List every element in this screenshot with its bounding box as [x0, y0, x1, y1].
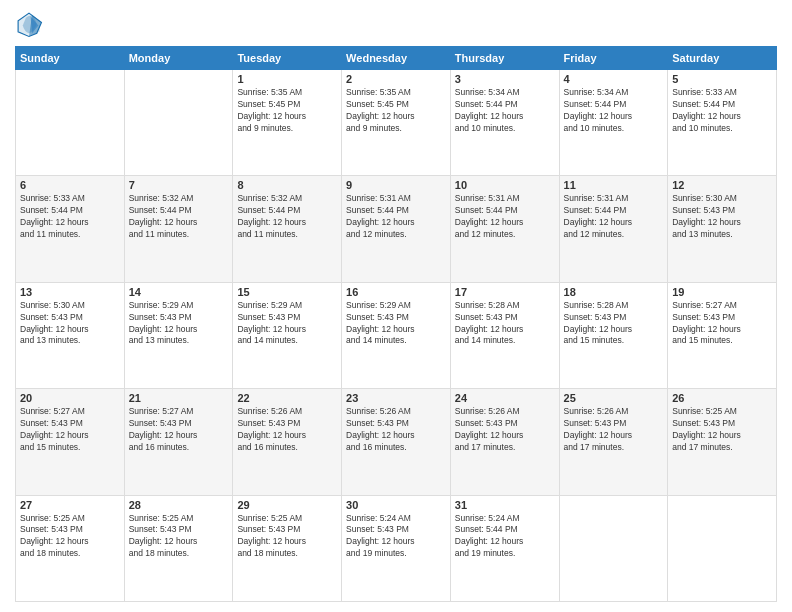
- page: SundayMondayTuesdayWednesdayThursdayFrid…: [0, 0, 792, 612]
- weekday-header-saturday: Saturday: [668, 47, 777, 70]
- calendar-cell: 10Sunrise: 5:31 AM Sunset: 5:44 PM Dayli…: [450, 176, 559, 282]
- day-number: 26: [672, 392, 772, 404]
- day-info: Sunrise: 5:26 AM Sunset: 5:43 PM Dayligh…: [455, 406, 555, 454]
- day-number: 30: [346, 499, 446, 511]
- day-info: Sunrise: 5:28 AM Sunset: 5:43 PM Dayligh…: [564, 300, 664, 348]
- calendar-cell: 20Sunrise: 5:27 AM Sunset: 5:43 PM Dayli…: [16, 389, 125, 495]
- day-number: 28: [129, 499, 229, 511]
- weekday-header-friday: Friday: [559, 47, 668, 70]
- day-info: Sunrise: 5:31 AM Sunset: 5:44 PM Dayligh…: [346, 193, 446, 241]
- calendar-cell: 19Sunrise: 5:27 AM Sunset: 5:43 PM Dayli…: [668, 282, 777, 388]
- day-info: Sunrise: 5:35 AM Sunset: 5:45 PM Dayligh…: [237, 87, 337, 135]
- day-number: 17: [455, 286, 555, 298]
- day-info: Sunrise: 5:28 AM Sunset: 5:43 PM Dayligh…: [455, 300, 555, 348]
- logo-icon: [15, 10, 43, 38]
- day-info: Sunrise: 5:26 AM Sunset: 5:43 PM Dayligh…: [564, 406, 664, 454]
- day-number: 2: [346, 73, 446, 85]
- day-info: Sunrise: 5:27 AM Sunset: 5:43 PM Dayligh…: [20, 406, 120, 454]
- calendar-cell: 24Sunrise: 5:26 AM Sunset: 5:43 PM Dayli…: [450, 389, 559, 495]
- day-number: 23: [346, 392, 446, 404]
- day-info: Sunrise: 5:26 AM Sunset: 5:43 PM Dayligh…: [346, 406, 446, 454]
- calendar-cell: 31Sunrise: 5:24 AM Sunset: 5:44 PM Dayli…: [450, 495, 559, 601]
- day-number: 25: [564, 392, 664, 404]
- day-info: Sunrise: 5:33 AM Sunset: 5:44 PM Dayligh…: [20, 193, 120, 241]
- day-info: Sunrise: 5:27 AM Sunset: 5:43 PM Dayligh…: [129, 406, 229, 454]
- calendar-cell: 26Sunrise: 5:25 AM Sunset: 5:43 PM Dayli…: [668, 389, 777, 495]
- calendar-table: SundayMondayTuesdayWednesdayThursdayFrid…: [15, 46, 777, 602]
- calendar-cell: [16, 70, 125, 176]
- day-number: 29: [237, 499, 337, 511]
- calendar-cell: 22Sunrise: 5:26 AM Sunset: 5:43 PM Dayli…: [233, 389, 342, 495]
- day-info: Sunrise: 5:30 AM Sunset: 5:43 PM Dayligh…: [672, 193, 772, 241]
- calendar-cell: 18Sunrise: 5:28 AM Sunset: 5:43 PM Dayli…: [559, 282, 668, 388]
- week-row-1: 1Sunrise: 5:35 AM Sunset: 5:45 PM Daylig…: [16, 70, 777, 176]
- day-number: 4: [564, 73, 664, 85]
- day-info: Sunrise: 5:35 AM Sunset: 5:45 PM Dayligh…: [346, 87, 446, 135]
- day-info: Sunrise: 5:33 AM Sunset: 5:44 PM Dayligh…: [672, 87, 772, 135]
- day-number: 24: [455, 392, 555, 404]
- calendar-cell: 16Sunrise: 5:29 AM Sunset: 5:43 PM Dayli…: [342, 282, 451, 388]
- day-info: Sunrise: 5:31 AM Sunset: 5:44 PM Dayligh…: [455, 193, 555, 241]
- week-row-2: 6Sunrise: 5:33 AM Sunset: 5:44 PM Daylig…: [16, 176, 777, 282]
- day-info: Sunrise: 5:31 AM Sunset: 5:44 PM Dayligh…: [564, 193, 664, 241]
- day-number: 6: [20, 179, 120, 191]
- day-info: Sunrise: 5:29 AM Sunset: 5:43 PM Dayligh…: [237, 300, 337, 348]
- day-info: Sunrise: 5:25 AM Sunset: 5:43 PM Dayligh…: [20, 513, 120, 561]
- day-info: Sunrise: 5:25 AM Sunset: 5:43 PM Dayligh…: [129, 513, 229, 561]
- day-number: 18: [564, 286, 664, 298]
- weekday-header-monday: Monday: [124, 47, 233, 70]
- calendar-cell: 25Sunrise: 5:26 AM Sunset: 5:43 PM Dayli…: [559, 389, 668, 495]
- day-number: 14: [129, 286, 229, 298]
- day-number: 12: [672, 179, 772, 191]
- day-number: 15: [237, 286, 337, 298]
- calendar-cell: 29Sunrise: 5:25 AM Sunset: 5:43 PM Dayli…: [233, 495, 342, 601]
- calendar-cell: 17Sunrise: 5:28 AM Sunset: 5:43 PM Dayli…: [450, 282, 559, 388]
- day-info: Sunrise: 5:25 AM Sunset: 5:43 PM Dayligh…: [237, 513, 337, 561]
- day-number: 11: [564, 179, 664, 191]
- day-info: Sunrise: 5:24 AM Sunset: 5:43 PM Dayligh…: [346, 513, 446, 561]
- calendar-cell: 2Sunrise: 5:35 AM Sunset: 5:45 PM Daylig…: [342, 70, 451, 176]
- header: [15, 10, 777, 38]
- day-info: Sunrise: 5:34 AM Sunset: 5:44 PM Dayligh…: [455, 87, 555, 135]
- week-row-3: 13Sunrise: 5:30 AM Sunset: 5:43 PM Dayli…: [16, 282, 777, 388]
- day-number: 3: [455, 73, 555, 85]
- calendar-cell: 14Sunrise: 5:29 AM Sunset: 5:43 PM Dayli…: [124, 282, 233, 388]
- day-number: 31: [455, 499, 555, 511]
- day-info: Sunrise: 5:29 AM Sunset: 5:43 PM Dayligh…: [346, 300, 446, 348]
- day-number: 8: [237, 179, 337, 191]
- calendar-cell: 3Sunrise: 5:34 AM Sunset: 5:44 PM Daylig…: [450, 70, 559, 176]
- weekday-header-sunday: Sunday: [16, 47, 125, 70]
- calendar-cell: 1Sunrise: 5:35 AM Sunset: 5:45 PM Daylig…: [233, 70, 342, 176]
- calendar-cell: 7Sunrise: 5:32 AM Sunset: 5:44 PM Daylig…: [124, 176, 233, 282]
- day-number: 27: [20, 499, 120, 511]
- calendar-cell: [559, 495, 668, 601]
- day-number: 9: [346, 179, 446, 191]
- calendar-cell: [668, 495, 777, 601]
- calendar-cell: 12Sunrise: 5:30 AM Sunset: 5:43 PM Dayli…: [668, 176, 777, 282]
- day-info: Sunrise: 5:24 AM Sunset: 5:44 PM Dayligh…: [455, 513, 555, 561]
- calendar-cell: 4Sunrise: 5:34 AM Sunset: 5:44 PM Daylig…: [559, 70, 668, 176]
- weekday-header-wednesday: Wednesday: [342, 47, 451, 70]
- weekday-header-tuesday: Tuesday: [233, 47, 342, 70]
- weekday-header-row: SundayMondayTuesdayWednesdayThursdayFrid…: [16, 47, 777, 70]
- day-number: 1: [237, 73, 337, 85]
- week-row-4: 20Sunrise: 5:27 AM Sunset: 5:43 PM Dayli…: [16, 389, 777, 495]
- calendar-cell: [124, 70, 233, 176]
- day-info: Sunrise: 5:30 AM Sunset: 5:43 PM Dayligh…: [20, 300, 120, 348]
- day-info: Sunrise: 5:29 AM Sunset: 5:43 PM Dayligh…: [129, 300, 229, 348]
- day-number: 13: [20, 286, 120, 298]
- logo: [15, 10, 47, 38]
- calendar-cell: 23Sunrise: 5:26 AM Sunset: 5:43 PM Dayli…: [342, 389, 451, 495]
- calendar-cell: 21Sunrise: 5:27 AM Sunset: 5:43 PM Dayli…: [124, 389, 233, 495]
- calendar-cell: 9Sunrise: 5:31 AM Sunset: 5:44 PM Daylig…: [342, 176, 451, 282]
- day-info: Sunrise: 5:26 AM Sunset: 5:43 PM Dayligh…: [237, 406, 337, 454]
- day-number: 21: [129, 392, 229, 404]
- calendar-cell: 15Sunrise: 5:29 AM Sunset: 5:43 PM Dayli…: [233, 282, 342, 388]
- day-number: 20: [20, 392, 120, 404]
- calendar-cell: 5Sunrise: 5:33 AM Sunset: 5:44 PM Daylig…: [668, 70, 777, 176]
- day-number: 10: [455, 179, 555, 191]
- calendar-cell: 13Sunrise: 5:30 AM Sunset: 5:43 PM Dayli…: [16, 282, 125, 388]
- calendar-cell: 8Sunrise: 5:32 AM Sunset: 5:44 PM Daylig…: [233, 176, 342, 282]
- day-info: Sunrise: 5:34 AM Sunset: 5:44 PM Dayligh…: [564, 87, 664, 135]
- day-number: 16: [346, 286, 446, 298]
